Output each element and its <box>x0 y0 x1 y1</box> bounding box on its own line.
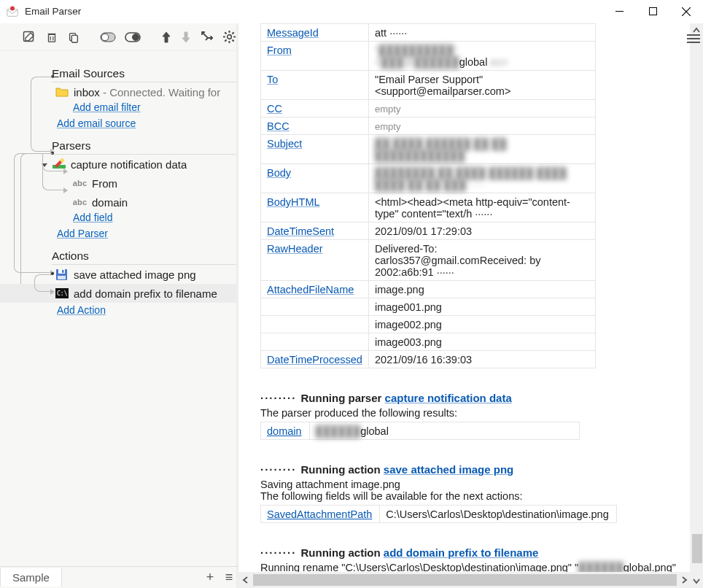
field-value: empty <box>369 100 596 117</box>
parser-label: capture notification data <box>71 158 187 171</box>
field-key-link[interactable]: Body <box>267 167 291 179</box>
svg-point-1 <box>10 6 15 10</box>
field-value: image002.png <box>369 316 596 333</box>
field-value: image001.png <box>369 298 596 316</box>
text-line: Saving attachment image.png <box>260 479 678 490</box>
field-value: <html><head><meta http-equiv="content-ty… <box>369 193 596 223</box>
add-field-link[interactable]: Add field <box>73 212 112 223</box>
scroll-thumb[interactable] <box>253 574 677 586</box>
toggle-off-icon[interactable] <box>100 29 116 45</box>
right-pane: MessageIdatt ······From"██████████" <███… <box>238 23 703 588</box>
field-key-link[interactable]: To <box>267 74 278 85</box>
toggle-on-icon[interactable] <box>125 29 141 45</box>
run-action2-heading: Running action add domain prefix to file… <box>260 546 678 559</box>
cmd-icon: C:\ <box>55 287 69 300</box>
field-value: 2021/09/16 16:39:03 <box>369 351 596 368</box>
field-key-link[interactable]: AttachedFileName <box>267 284 354 295</box>
close-button[interactable] <box>669 1 703 23</box>
scroll-down-icon[interactable] <box>690 573 703 588</box>
minimize-button[interactable] <box>602 1 636 23</box>
field-key-link[interactable]: CC <box>267 103 282 115</box>
abc-icon: abc <box>73 177 87 190</box>
tree: Email Sources inbox - Connected. Waiting… <box>0 51 236 588</box>
field-value: empty <box>369 117 596 135</box>
text-line: The following fields will be available f… <box>260 490 678 502</box>
svg-rect-3 <box>649 8 656 15</box>
field-key-link[interactable]: DateTimeSent <box>267 225 334 237</box>
action-label: add domain prefix to filename <box>74 287 217 300</box>
field-key-link[interactable]: BodyHTML <box>267 196 320 208</box>
field-value: ██ ████ ██████ ██ ██ ████████████ <box>369 135 596 164</box>
field-key-link[interactable]: MessageId <box>267 27 319 39</box>
svg-rect-21 <box>58 269 65 274</box>
scroll-left-icon[interactable] <box>238 574 253 586</box>
svg-point-17 <box>228 35 232 39</box>
sample-tab[interactable]: Sample <box>0 568 62 587</box>
horizontal-scrollbar[interactable] <box>238 572 691 588</box>
field-value: Delivered-To: carlos357@gmail.comReceive… <box>369 240 596 281</box>
email-fields-table: MessageIdatt ······From"██████████" <███… <box>260 23 596 368</box>
field-key-link[interactable]: Subject <box>267 138 302 150</box>
scroll-right-icon[interactable] <box>677 574 691 586</box>
delete-icon[interactable] <box>45 29 58 45</box>
svg-point-16 <box>132 34 139 40</box>
run-parser-link[interactable]: capture notification data <box>385 392 512 404</box>
field-value: ████████ ██ ████ ██████ ████ ████ ██ ██ … <box>369 164 596 193</box>
source-status: - Connected. Waiting for <box>100 86 220 98</box>
field-key-link[interactable]: DateTimeProcessed <box>267 354 362 365</box>
action-label: save attached image png <box>74 268 196 281</box>
field-value: image.png <box>369 281 596 298</box>
svg-rect-12 <box>71 35 77 42</box>
tab-menu-button[interactable]: ≡ <box>220 570 238 585</box>
field-value: "██████████" <███@██████global.eu> <box>369 42 596 71</box>
add-parser-link[interactable]: Add Parser <box>57 228 108 239</box>
abc-icon: abc <box>73 196 87 209</box>
result-key[interactable]: domain <box>267 425 302 437</box>
field-value: image003.png <box>369 333 596 351</box>
add-email-filter-link[interactable]: Add email filter <box>73 101 141 113</box>
title-bar: Email Parser <box>0 0 703 23</box>
field-value: att ······ <box>369 24 596 42</box>
result-key[interactable]: SavedAttachmentPath <box>267 508 372 520</box>
add-tab-button[interactable]: + <box>201 570 220 585</box>
field-key-link[interactable]: RawHeader <box>267 243 323 255</box>
vertical-scrollbar[interactable] <box>690 23 703 588</box>
run-action1-link[interactable]: save attached image png <box>384 463 513 476</box>
field-key-link[interactable]: BCC <box>267 120 290 132</box>
run-action1-heading: Running action save attached image png <box>260 463 678 476</box>
svg-rect-23 <box>58 276 66 279</box>
move-up-icon[interactable] <box>160 29 172 45</box>
svg-point-14 <box>101 34 109 41</box>
move-down-icon[interactable] <box>180 29 192 45</box>
parser-result-table: domain██████global <box>260 422 580 440</box>
edit-icon[interactable] <box>22 29 36 45</box>
scroll-thumb[interactable] <box>692 534 702 563</box>
add-action-link[interactable]: Add Action <box>57 304 106 316</box>
field-value: "Email Parser Support" <support@emailpar… <box>369 71 596 100</box>
settings-icon[interactable] <box>222 29 236 45</box>
run-parser-heading: Running parser capture notification data <box>260 392 678 404</box>
svg-rect-22 <box>62 270 64 273</box>
field-label: domain <box>92 196 128 209</box>
left-pane: Email Sources inbox - Connected. Waiting… <box>0 23 238 588</box>
field-key-link[interactable]: From <box>267 45 292 56</box>
folder-icon <box>55 85 69 98</box>
run-icon[interactable] <box>201 29 214 45</box>
field-value: 2021/09/01 17:29:03 <box>369 223 596 240</box>
bottom-tab-bar: Sample + ≡ <box>0 566 238 588</box>
detail-panel: MessageIdatt ······From"██████████" <███… <box>238 23 690 588</box>
toolbar <box>0 23 236 51</box>
svg-rect-7 <box>49 34 55 42</box>
window-title: Email Parser <box>25 6 602 17</box>
run-action2-link[interactable]: add domain prefix to filename <box>384 546 539 559</box>
text-line: The parser produced the following result… <box>260 407 678 419</box>
add-email-source-link[interactable]: Add email source <box>57 117 136 129</box>
source-label: inbox <box>74 86 100 98</box>
field-label: From <box>92 177 117 190</box>
action1-result-table: SavedAttachmentPathC:\Users\Carlos\Deskt… <box>260 505 617 523</box>
app-icon <box>6 5 19 18</box>
save-icon <box>55 268 69 281</box>
maximize-button[interactable] <box>636 1 669 23</box>
svg-text:C:\: C:\ <box>57 290 68 297</box>
copy-icon[interactable] <box>67 29 80 45</box>
